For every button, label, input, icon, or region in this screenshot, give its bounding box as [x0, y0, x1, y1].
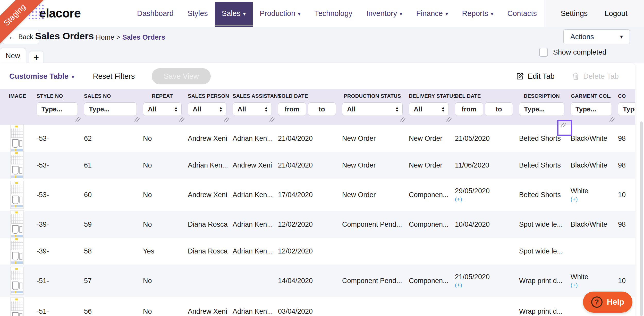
garment-spec-thumbnail[interactable] [10, 267, 24, 295]
table-row[interactable]: -51-57No14/04/2020Component Pend...Compo… [0, 265, 635, 297]
nav-item-label: Inventory [366, 9, 397, 18]
breadcrumb: Home > Sales Orders [96, 33, 165, 41]
thumb-grid [11, 214, 23, 224]
nav-item-technology[interactable]: Technology [308, 0, 359, 27]
edit-pencil-icon [516, 72, 524, 80]
nav-item-logout[interactable]: Logout [605, 9, 628, 18]
cell-sales-no: 62 [84, 135, 137, 143]
more-values-link[interactable]: (+) [455, 282, 513, 288]
garment-spec-thumbnail[interactable] [10, 210, 24, 238]
breadcrumb-home-link[interactable]: Home [96, 33, 114, 41]
cell-production-status: New Order [342, 191, 403, 199]
garment-spec-thumbnail[interactable] [10, 125, 24, 152]
thumb-grid [11, 155, 23, 164]
table-row[interactable]: -39-59NoDiana RoscaAdrian Ken...12/02/20… [0, 211, 635, 238]
filter-select-production-status[interactable]: All▲▼ [342, 102, 403, 116]
filter-select-value: All [148, 105, 156, 113]
column-resize-handle[interactable] [399, 116, 407, 122]
column-resize-handle[interactable] [178, 116, 186, 122]
filter-select-delivery-status[interactable]: All▲▼ [409, 102, 449, 116]
column-resize-handle[interactable] [74, 116, 82, 122]
filter-input-co[interactable] [618, 102, 635, 116]
column-label[interactable]: SOLD DATE [278, 93, 336, 99]
column-resize-handle[interactable] [133, 116, 141, 122]
help-button[interactable]: ? Help [583, 292, 632, 313]
more-values-link[interactable]: (+) [571, 196, 612, 203]
filter-input-garment-col[interactable] [571, 102, 612, 116]
filter-select-repeat[interactable]: All▲▼ [143, 102, 182, 116]
table-row[interactable]: -53-62NoAndrew XeniAdrian Ken...21/04/20… [0, 125, 635, 152]
garment-spec-thumbnail[interactable] [10, 237, 24, 265]
table-row[interactable]: -53-61NoAdrian Ken...Andrew Xeni21/04/20… [0, 152, 635, 179]
filter-date-to-del-date[interactable]: to [485, 102, 513, 116]
nav-item-styles[interactable]: Styles [181, 0, 215, 27]
column-resize-handle[interactable] [445, 116, 453, 122]
nav-item-label: Reports [462, 9, 488, 18]
table-header-row: IMAGESTYLE NOSALES NOREPEATAll▲▼SALES PE… [0, 89, 635, 125]
brand-logo[interactable]: elacore [39, 6, 81, 20]
cell-value: 98 [618, 221, 635, 229]
column-resize-handle[interactable] [268, 116, 276, 122]
table-row[interactable]: -51-56NoAndrew XeniAdrian Ken...03/04/20… [0, 297, 635, 316]
filter-select-sales-person[interactable]: All▲▼ [188, 102, 226, 116]
show-completed-checkbox[interactable] [539, 48, 548, 57]
filter-date-from-sold-date[interactable]: from [278, 102, 306, 116]
cell-value: Spot wide le... [519, 247, 564, 255]
column-label[interactable]: STYLE NO [37, 93, 78, 99]
filter-input-sales-no[interactable] [84, 102, 137, 116]
edit-tab-button[interactable]: Edit Tab [516, 72, 555, 81]
cell-value: No [143, 221, 182, 229]
chevron-down-icon: ▾ [243, 10, 246, 17]
select-stepper-icon: ▲▼ [441, 106, 445, 112]
garment-spec-thumbnail[interactable] [10, 181, 24, 209]
vertical-scrollbar[interactable] [640, 121, 643, 316]
filter-input-description[interactable] [519, 102, 564, 116]
add-tab-button[interactable]: + [29, 51, 43, 63]
cell-value: Wrap print d... [519, 308, 564, 315]
nav-item-dashboard[interactable]: Dashboard [130, 0, 181, 27]
column-header-sales-assistant: SALES ASSISTANTAll▲▼ [233, 89, 272, 125]
actions-dropdown[interactable]: Actions ▾ [563, 29, 630, 44]
filter-select-sales-assistant[interactable]: All▲▼ [233, 102, 272, 116]
cell-sales-assistant: Andrew Xeni [233, 161, 272, 169]
more-values-link[interactable]: (+) [571, 282, 612, 288]
cell-repeat: No [143, 221, 182, 229]
nav-item-reports[interactable]: Reports▾ [455, 0, 500, 27]
cell-image [5, 210, 30, 238]
cell-description: Belted Shorts [519, 161, 564, 169]
table-row[interactable]: -53-60NoAndrew XeniAdrian Ken...17/04/20… [0, 179, 635, 211]
nav-right-menu: SettingsLogout [544, 0, 644, 27]
table-row[interactable]: -39-58YesDiana RoscaAdrian Ken...12/02/2… [0, 238, 635, 265]
nav-item-production[interactable]: Production▾ [253, 0, 308, 27]
filter-date-from-del-date[interactable]: from [455, 102, 483, 116]
chevron-down-icon: ▾ [491, 10, 494, 17]
nav-item-label: Settings [561, 9, 588, 18]
delete-tab-button: Delete Tab [572, 72, 619, 81]
nav-item-settings[interactable]: Settings [561, 9, 588, 18]
customise-table-button[interactable]: Customise Table ▾ [9, 72, 74, 81]
garment-spec-thumbnail[interactable] [10, 297, 24, 316]
cell-garment-col: White(+) [571, 187, 612, 203]
select-stepper-icon: ▲▼ [395, 106, 399, 112]
filter-date-to-sold-date[interactable]: to [308, 102, 336, 116]
more-values-link[interactable]: (+) [455, 196, 513, 203]
column-resize-handle[interactable] [608, 116, 616, 122]
column-label[interactable]: SALES NO [84, 93, 137, 99]
column-label[interactable]: DEL DATE [455, 93, 513, 99]
reset-filters-button[interactable]: Reset Filters [93, 72, 135, 81]
nav-item-sales[interactable]: Sales▾ [215, 2, 253, 25]
nav-item-inventory[interactable]: Inventory▾ [359, 0, 409, 27]
garment-spec-thumbnail[interactable] [10, 151, 24, 179]
nav-item-finance[interactable]: Finance▾ [409, 0, 455, 27]
nav-item-label: Production [260, 9, 295, 18]
column-resize-handle[interactable] [223, 116, 231, 122]
cell-value: Componen... [409, 221, 449, 229]
column-resize-handle[interactable] [560, 122, 567, 128]
tab-new[interactable]: New [0, 48, 26, 63]
thumb-sketch [19, 283, 22, 289]
edit-tab-label: Edit Tab [528, 72, 555, 81]
filter-input-style-no[interactable] [37, 102, 78, 116]
nav-item-contacts[interactable]: Contacts [501, 0, 544, 27]
cell-sales-assistant: Adrian Ken... [233, 247, 272, 255]
column-resize-focus-ring [557, 120, 572, 136]
